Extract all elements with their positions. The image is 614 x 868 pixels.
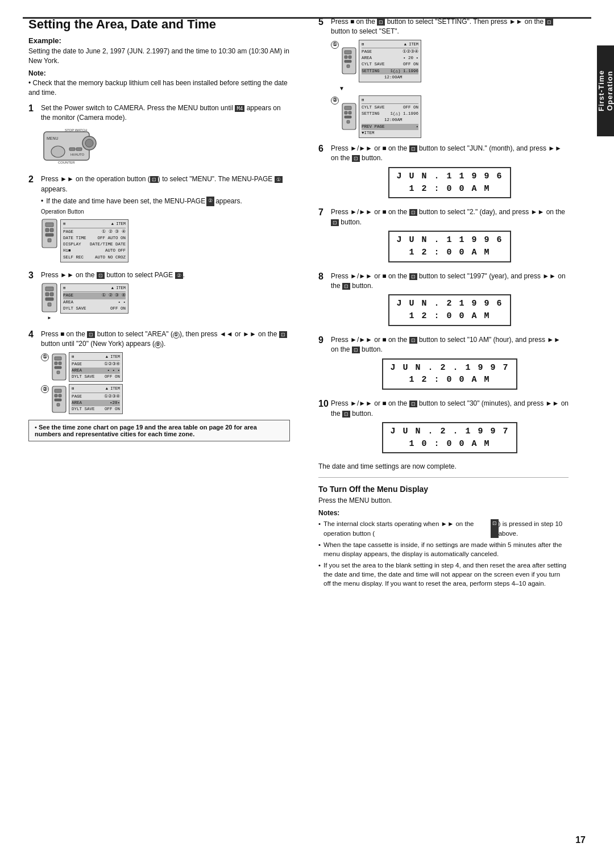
right-column: 5 Press ■ on the ⊡ button to select "SET… [307, 17, 569, 588]
step-2-num: 2 [28, 174, 41, 185]
step-9-num: 9 [318, 335, 331, 345]
section-divider [318, 477, 569, 478]
to-turn-off-title: To Turn Off the Menu Display [318, 485, 569, 494]
svg-rect-36 [345, 56, 347, 59]
page-number: 17 [575, 835, 586, 845]
step-4: 4 Press ■ on the ⊡ button to select "ARE… [28, 329, 290, 415]
to-turn-off-text: Press the MENU button. [318, 496, 569, 504]
svg-text:STOP WATCH: STOP WATCH [65, 128, 87, 132]
svg-rect-5 [69, 148, 75, 151]
complete-text: The date and time settings are now compl… [318, 462, 569, 470]
svg-rect-14 [45, 233, 53, 236]
svg-rect-17 [45, 287, 53, 291]
step-3-num: 3 [28, 270, 41, 281]
sidebar-tab: First-Time Operation [597, 45, 614, 136]
top-border [23, 17, 591, 19]
svg-text:HI/AUTO: HI/AUTO [70, 153, 85, 156]
svg-rect-24 [55, 362, 57, 365]
date-display-9: J U N . 2 . 1 9 9 7 1 2 : 0 0 A M [382, 358, 517, 390]
step3-menu-screen: ⊞▲ ITEM PAGE① ② ③ ④ AREA• • DYLT SAVEOFF… [60, 283, 128, 314]
step-9: 9 Press ►/►► or ■ on the ⊡ button to sel… [318, 335, 569, 393]
camcorder-diagram-1: MENU STOP WATCH COUNTER HI/AUTO [41, 126, 103, 169]
svg-rect-11 [45, 223, 53, 227]
svg-rect-13 [50, 228, 53, 232]
svg-rect-45 [347, 120, 350, 123]
svg-rect-44 [345, 116, 351, 118]
date-display-7: J U N . 1 1 9 9 6 1 2 : 0 0 A M [388, 231, 511, 262]
step-8: 8 Press ►/►► or ■ on the ⊡ button to sel… [318, 272, 569, 329]
step-6-content: Press ►/►► or ■ on the ⊡ button to selec… [331, 144, 569, 202]
step-1: 1 Set the Power switch to CAMERA. Press … [28, 103, 290, 169]
date-display-6: J U N . 1 1 9 9 6 1 2 : 0 0 A M [388, 167, 511, 199]
to-turn-off-section: To Turn Off the Menu Display Press the M… [318, 485, 569, 504]
notes-label: Notes: [318, 509, 569, 517]
svg-rect-18 [45, 293, 49, 296]
svg-rect-31 [59, 394, 61, 397]
svg-rect-23 [55, 357, 61, 360]
svg-point-2 [85, 139, 93, 147]
note-text: • Check that the memory backup lithium c… [28, 78, 290, 98]
step-4-num: 4 [28, 329, 41, 340]
sidebar-label: First-Time Operation [597, 51, 614, 131]
step-4-content: Press ■ on the ⊡ button to select "AREA"… [41, 329, 290, 415]
svg-text:COUNTER: COUNTER [58, 161, 75, 164]
svg-rect-15 [48, 239, 51, 242]
step2-device [41, 218, 58, 249]
step3-screen: ► ⊞▲ ITEM PAGE① ② ③ ④ AREA• • DYLT SAVEO… [41, 282, 290, 322]
step3-device [41, 282, 58, 314]
example-label: Example: [28, 36, 290, 45]
step-1-num: 1 [28, 103, 41, 114]
step-9-content: Press ►/►► or ■ on the ⊡ button to selec… [331, 335, 569, 393]
step5-screens: ① ⊞▲ ITEM [331, 40, 569, 138]
svg-text:MENU: MENU [47, 136, 59, 140]
step-8-num: 8 [318, 272, 331, 282]
notes-section: Notes: The internal clock starts operati… [318, 509, 569, 588]
see-also-box: • See the time zone chart on page 19 and… [28, 420, 290, 441]
svg-rect-39 [347, 65, 350, 68]
step-2: 2 Press ►► on the operation button (⊡) t… [28, 174, 290, 264]
step-7-content: Press ►/►► or ■ on the ⊡ button to selec… [331, 207, 569, 265]
date-display-8: J U N . 2 1 9 9 6 1 2 : 0 0 A M [388, 294, 511, 326]
svg-rect-37 [349, 56, 351, 59]
svg-point-4 [51, 146, 65, 157]
svg-rect-21 [48, 303, 51, 306]
left-column: Setting the Area, Date and Time Example:… [28, 17, 290, 588]
note-item-1: The internal clock starts operating when… [318, 519, 569, 537]
svg-rect-35 [345, 51, 351, 54]
step-7-num: 7 [318, 207, 331, 218]
step-10-num: 10 [318, 399, 331, 409]
svg-rect-20 [45, 298, 53, 301]
step2-menu-screen: ⊞▲ ITEM PAGE① ② ③ ④ DATE TIMEOFF AUTO ON… [60, 219, 128, 262]
svg-rect-33 [57, 403, 60, 406]
step-6-num: 6 [318, 144, 331, 154]
example-text: Setting the date to June 2, 1997 (JUN. 2… [28, 47, 290, 66]
svg-rect-41 [345, 106, 351, 110]
step-7: 7 Press ►/►► or ■ on the ⊡ button to sel… [318, 207, 569, 265]
step-5: 5 Press ■ on the ⊡ button to select "SET… [318, 17, 569, 138]
page-title: Setting the Area, Date and Time [28, 17, 290, 32]
svg-rect-29 [55, 389, 61, 393]
step-10: 10 Press ►/►► or ■ on the ⊡ button to se… [318, 399, 569, 457]
step-3: 3 Press ►► on the ⊡ button to select PAG… [28, 270, 290, 324]
step-2-content: Press ►► on the operation button (⊡) to … [41, 174, 290, 264]
svg-rect-30 [55, 394, 57, 397]
step-1-content: Set the Power switch to CAMERA. Press th… [41, 103, 290, 169]
step-3-content: Press ►► on the ⊡ button to select PAGE … [41, 270, 290, 324]
step-10-content: Press ►/►► or ■ on the ⊡ button to selec… [331, 399, 569, 457]
note-item-2: When the tape cassette is inside, if no … [318, 540, 569, 558]
step4-screens: ① [41, 352, 290, 415]
svg-rect-32 [55, 399, 61, 401]
svg-rect-19 [50, 293, 53, 296]
see-also-text: • See the time zone chart on page 19 and… [35, 424, 257, 437]
svg-rect-25 [59, 362, 61, 365]
step-5-content: Press ■ on the ⊡ button to select "SETTI… [331, 17, 569, 138]
step-8-content: Press ►/►► or ■ on the ⊡ button to selec… [331, 272, 569, 329]
step2-screen: ⊞▲ ITEM PAGE① ② ③ ④ DATE TIMEOFF AUTO ON… [41, 218, 290, 262]
svg-rect-6 [76, 148, 82, 151]
note-item-3: If you set the area to the blank setting… [318, 561, 569, 588]
svg-rect-42 [345, 111, 347, 114]
date-display-10: J U N . 2 . 1 9 9 7 1 0 : 0 0 A M [382, 422, 517, 454]
svg-rect-38 [345, 60, 351, 62]
step-6: 6 Press ►/►► or ■ on the ⊡ button to sel… [318, 144, 569, 202]
note-label: Note: [28, 69, 290, 77]
